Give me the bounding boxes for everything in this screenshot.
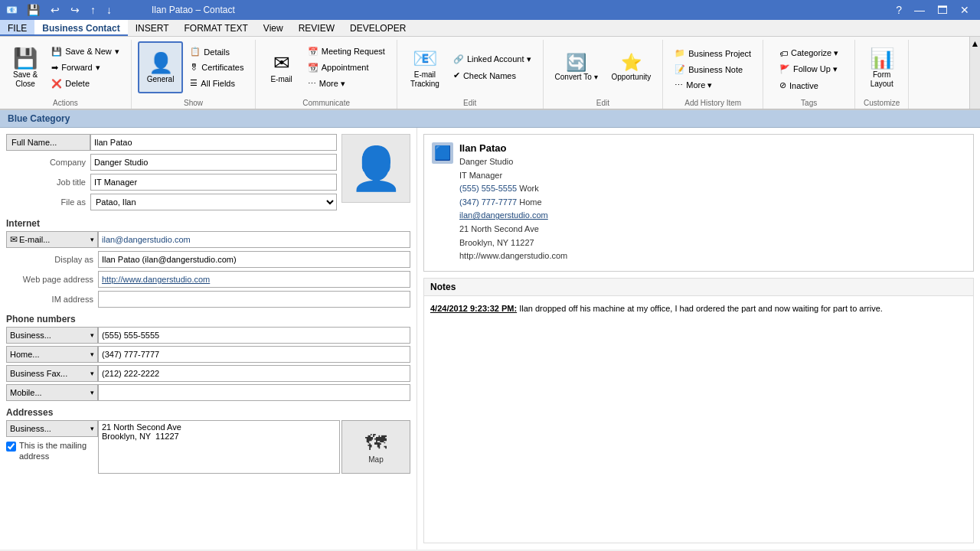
categorize-label: Categorize ▾ (791, 48, 838, 58)
tracking-buttons: 📧 E-mailTracking 🔗 Linked Account ▾ ✔ Ch… (403, 41, 537, 97)
menu-developer[interactable]: DEVELOPER (342, 20, 413, 36)
address-textarea[interactable]: 21 North Second Ave Brooklyn, NY 11227 (98, 420, 340, 474)
category-bar: Blue Category (0, 110, 980, 128)
job-title-input[interactable] (90, 174, 337, 191)
card-website: http://www.dangerstudio.com (459, 249, 567, 263)
email-tracking-button[interactable]: 📧 E-mailTracking (403, 41, 446, 93)
company-input[interactable] (90, 154, 337, 171)
more-comm-button[interactable]: ⋯ More ▾ (302, 77, 390, 91)
opportunity-button[interactable]: ⭐ Opportunity (606, 41, 657, 93)
menu-file[interactable]: FILE (0, 20, 34, 36)
phone-4-row: Mobile... ▾ (6, 384, 410, 401)
file-as-select[interactable]: Patao, Ilan (90, 194, 337, 210)
save-quick-btn[interactable]: 💾 (22, 0, 44, 20)
save-close-button[interactable]: 💾 Save &Close (6, 41, 44, 93)
show-col: 📋 Details 🎖 Certificates ☰ All Fields (185, 41, 249, 93)
card-icon: 🟦 (434, 145, 451, 161)
card-email-link[interactable]: ilan@dangerstudio.com (459, 210, 548, 220)
delete-button[interactable]: ❌ Delete (46, 77, 125, 91)
address-type-dropdown[interactable]: Business... ▾ (6, 420, 98, 437)
categorize-button[interactable]: 🏷 Categorize ▾ (774, 46, 844, 60)
inactive-button[interactable]: ⊘ Inactive (774, 78, 824, 93)
save-new-button[interactable]: 💾 Save & New ▾ (46, 44, 125, 59)
close-btn[interactable]: ✕ (956, 0, 974, 20)
save-new-icon: 💾 (51, 47, 62, 57)
phones-label: Phone numbers (6, 314, 76, 324)
phone-1-input[interactable] (98, 327, 410, 344)
im-input[interactable] (98, 291, 410, 308)
full-name-input[interactable] (90, 134, 337, 151)
phone-2-input[interactable] (98, 346, 410, 363)
addresses-section: Addresses (6, 407, 410, 418)
notes-timestamp: 4/24/2012 9:23:32 PM: (430, 304, 517, 313)
phone-type-1-dropdown[interactable]: Business... ▾ (6, 327, 98, 344)
card-phone-home: (347) 777-7777 Home (459, 196, 567, 210)
ribbon-scroll[interactable]: ▲ (969, 37, 980, 109)
display-as-input[interactable] (98, 251, 410, 268)
maximize-btn[interactable]: 🗖 (933, 0, 952, 20)
contact-card-details: Ilan Patao Danger Studio IT Manager (555… (459, 142, 567, 263)
menu-insert[interactable]: INSERT (128, 20, 177, 36)
help-btn[interactable]: ? (891, 0, 906, 20)
appointment-button[interactable]: 📆 Appointment (302, 60, 390, 75)
email-button[interactable]: ✉ E-mail (262, 41, 300, 93)
meeting-icon: 📅 (308, 47, 318, 57)
email-input[interactable] (98, 231, 410, 248)
convert-to-button[interactable]: 🔄 Convert To ▾ (550, 41, 603, 93)
tracking-col: 🔗 Linked Account ▾ ✔ Check Names (448, 41, 537, 93)
im-row: IM address (6, 291, 410, 308)
business-note-button[interactable]: 📝 Business Note (669, 62, 748, 77)
check-names-button[interactable]: ✔ Check Names (448, 68, 537, 83)
all-fields-button[interactable]: ☰ All Fields (185, 76, 249, 90)
opportunity-icon: ⭐ (621, 53, 642, 73)
up-btn[interactable]: ↑ (86, 0, 100, 20)
forward-arrow: ▾ (96, 63, 100, 73)
undo-btn[interactable]: ↩ (46, 0, 64, 20)
map-icon: 🗺 (365, 430, 387, 455)
ribbon-group-tracking: 📧 E-mailTracking 🔗 Linked Account ▾ ✔ Ch… (397, 40, 544, 109)
redo-btn[interactable]: ↪ (66, 0, 84, 20)
phone-type-2-label: Home... (10, 350, 40, 359)
details-label: Details (204, 47, 230, 57)
appointment-label: Appointment (322, 63, 369, 72)
more-comm-icon: ⋯ (308, 79, 316, 89)
follow-up-button[interactable]: 🚩 Follow Up ▾ (774, 62, 843, 77)
linked-account-button[interactable]: 🔗 Linked Account ▾ (448, 52, 537, 67)
certificates-button[interactable]: 🎖 Certificates (185, 60, 249, 74)
job-title-label: Job title (6, 178, 90, 187)
phone-type-4-dropdown[interactable]: Mobile... ▾ (6, 384, 98, 401)
avatar-icon: 👤 (350, 148, 403, 190)
email-dropdown-arrow: ▾ (90, 236, 94, 243)
form-layout-button[interactable]: 📊 FormLayout (863, 41, 901, 93)
title-bar: 📧 💾 ↩ ↪ ↑ ↓ Ilan Patao – Contact ? — 🗖 ✕ (0, 0, 980, 20)
business-project-button[interactable]: 📁 Business Project (669, 46, 756, 60)
full-name-button[interactable]: Full Name... (6, 134, 90, 151)
minimize-btn[interactable]: — (910, 0, 929, 20)
forward-button[interactable]: ➡ Forward ▾ (46, 60, 125, 75)
down-btn[interactable]: ↓ (102, 0, 116, 20)
form-body: Full Name... Company Job title File as P… (0, 128, 980, 549)
mailing-checkbox[interactable] (6, 442, 16, 452)
im-label: IM address (6, 295, 98, 304)
phone-type-3-dropdown[interactable]: Business Fax... ▾ (6, 365, 98, 382)
meeting-request-button[interactable]: 📅 Meeting Request (302, 44, 390, 59)
phone-4-arrow: ▾ (90, 389, 94, 396)
ribbon-group-history: 📁 Business Project 📝 Business Note ⋯ Mor… (663, 40, 763, 109)
menu-business-contact[interactable]: Business Contact (34, 20, 127, 36)
menu-review[interactable]: REVIEW (291, 20, 342, 36)
phone-3-input[interactable] (98, 365, 410, 382)
details-button[interactable]: 📋 Details (185, 44, 249, 59)
more-history-button[interactable]: ⋯ More ▾ (669, 78, 717, 93)
tags-label: Tags (801, 97, 817, 107)
phone-type-2-dropdown[interactable]: Home... ▾ (6, 346, 98, 363)
menu-view[interactable]: View (256, 20, 291, 36)
email-ribbon-label: E-mail (270, 75, 292, 83)
menu-format-text[interactable]: FORMAT TEXT (177, 20, 256, 36)
name-photo-row: Full Name... Company Job title File as P… (6, 134, 410, 214)
web-input[interactable] (98, 271, 410, 288)
map-button[interactable]: 🗺 Map (341, 420, 410, 474)
email-type-dropdown[interactable]: ✉ E-mail... ▾ (6, 231, 98, 248)
mailing-label: This is the mailing address (19, 440, 95, 462)
phone-4-input[interactable] (98, 384, 410, 401)
general-button[interactable]: 👤 General (138, 41, 184, 93)
